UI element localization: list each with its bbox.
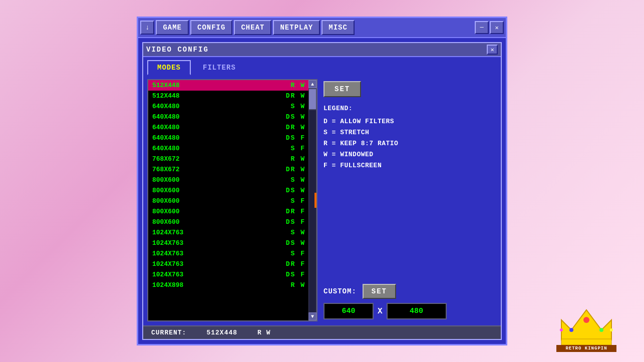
- list-item-resolution: 1024X763: [152, 271, 282, 278]
- window-controls: ─ ✕: [475, 21, 504, 34]
- custom-label-row: CUSTOM: SET: [324, 284, 495, 299]
- list-item-resolution: 1024X763: [152, 260, 282, 268]
- list-item[interactable]: 640X480DS F: [148, 133, 316, 143]
- status-resolution: 512X448: [206, 329, 237, 336]
- tab-modes[interactable]: MODES: [147, 60, 191, 75]
- list-item-flags: R W: [291, 82, 305, 89]
- list-item-resolution: 512X448: [152, 92, 282, 100]
- svg-marker-0: [561, 310, 611, 340]
- menu-arrow-button[interactable]: ↓: [140, 21, 154, 35]
- status-label: CURRENT:: [151, 329, 186, 336]
- list-item[interactable]: 800X600DS W: [148, 185, 316, 196]
- status-flags: R W: [257, 329, 270, 336]
- list-item-flags: DS W: [286, 239, 305, 247]
- menu-bar: ↓ GAME CONFIG CHEAT NETPLAY MISC ─ ✕: [138, 18, 506, 38]
- right-panel: SET LEGEND: D = ALLOW FILTERSS = STRETCH…: [321, 79, 497, 321]
- minimize-button[interactable]: ─: [475, 21, 489, 34]
- list-item-resolution: 800X600: [152, 218, 282, 226]
- list-item-flags: DS W: [286, 187, 305, 194]
- list-item-flags: DS F: [286, 134, 305, 142]
- list-item-flags: DR W: [286, 92, 305, 100]
- list-item-flags: DR F: [286, 260, 305, 268]
- custom-section: CUSTOM: SET X: [324, 284, 495, 319]
- list-item[interactable]: 1024X763DS W: [148, 238, 316, 248]
- status-bar: CURRENT: 512X448 R W: [143, 325, 501, 339]
- sub-title-bar: VIDEO CONFIG ✕: [143, 43, 501, 57]
- custom-inputs: X: [324, 303, 495, 319]
- scrollbar-thumb[interactable]: [309, 89, 316, 109]
- list-item[interactable]: 800X600S F: [148, 196, 316, 206]
- list-item-resolution: 1024X898: [152, 281, 287, 289]
- list-item[interactable]: 1024X763S F: [148, 248, 316, 259]
- svg-rect-1: [561, 339, 611, 345]
- list-item[interactable]: 1024X763DR F: [148, 259, 316, 269]
- crown-label: RETRO KINGPIN: [556, 345, 616, 352]
- list-item-resolution: 768X672: [152, 166, 282, 173]
- list-item-resolution: 640X480: [152, 113, 282, 121]
- main-window: ↓ GAME CONFIG CHEAT NETPLAY MISC ─ ✕ VID…: [137, 17, 507, 345]
- list-item-resolution: 640X480: [152, 103, 287, 110]
- menu-config-button[interactable]: CONFIG: [190, 20, 232, 35]
- menu-cheat-button[interactable]: CHEAT: [234, 20, 271, 35]
- list-item-flags: DS F: [286, 218, 305, 226]
- legend-section: LEGEND: D = ALLOW FILTERSS = STRETCHR = …: [324, 103, 495, 172]
- menu-misc-button[interactable]: MISC: [321, 20, 355, 35]
- custom-width-input[interactable]: [324, 303, 374, 319]
- list-item-flags: S W: [291, 176, 305, 184]
- crown-icon: [556, 305, 616, 345]
- sub-close-button[interactable]: ✕: [487, 45, 498, 55]
- list-item-resolution: 800X600: [152, 208, 282, 215]
- legend-title: LEGEND:: [324, 103, 495, 114]
- list-item[interactable]: 800X600DR F: [148, 206, 316, 217]
- legend-line: R = KEEP 8:7 RATIO: [324, 138, 495, 149]
- legend-line: S = STRETCH: [324, 127, 495, 138]
- legend-line: F = FULLSCREEN: [324, 160, 495, 171]
- tab-filters[interactable]: FILTERS: [193, 60, 246, 75]
- list-item-flags: DR W: [286, 124, 305, 131]
- list-item-resolution: 640X480: [152, 134, 282, 142]
- list-item-flags: S W: [291, 103, 305, 110]
- list-item-flags: S F: [291, 145, 305, 152]
- list-item-flags: DR W: [286, 166, 305, 173]
- list-item[interactable]: 512X448R W: [148, 80, 316, 91]
- svg-point-2: [583, 317, 589, 323]
- scrollbar-track: [309, 110, 316, 312]
- list-item-resolution: 640X480: [152, 145, 287, 152]
- custom-height-input[interactable]: [387, 303, 447, 319]
- list-item-resolution: 1024X763: [152, 250, 287, 257]
- set-button[interactable]: SET: [324, 81, 361, 97]
- list-item-resolution: 800X600: [152, 176, 287, 184]
- list-item-resolution: 768X672: [152, 155, 287, 163]
- resolution-list: 512X448R W512X448DR W640X480S W640X480DS…: [147, 79, 317, 321]
- list-item[interactable]: 640X480DS W: [148, 112, 316, 122]
- list-item[interactable]: 768X672DR W: [148, 164, 316, 175]
- list-item-flags: S F: [291, 197, 305, 205]
- custom-set-button[interactable]: SET: [363, 284, 396, 299]
- list-item[interactable]: 640X480S W: [148, 101, 316, 112]
- scrollbar-down-button[interactable]: ▼: [308, 312, 316, 320]
- scrollbar-up-button[interactable]: ▲: [308, 80, 316, 88]
- legend-line: W = WINDOWED: [324, 149, 495, 160]
- list-item[interactable]: 640X480DR W: [148, 122, 316, 133]
- list-item[interactable]: 800X600DS F: [148, 217, 316, 227]
- list-item[interactable]: 1024X898R W: [148, 280, 316, 290]
- list-item-flags: DS W: [286, 113, 305, 121]
- menu-netplay-button[interactable]: NETPLAY: [273, 20, 320, 35]
- list-item-flags: R W: [291, 155, 305, 163]
- list-item[interactable]: 1024X763S W: [148, 227, 316, 238]
- list-item-resolution: 512X448: [152, 82, 287, 89]
- sub-window: VIDEO CONFIG ✕ MODES FILTERS 512X448R W5…: [142, 42, 502, 340]
- svg-point-6: [610, 328, 613, 331]
- content-area: 512X448R W512X448DR W640X480S W640X480DS…: [143, 75, 501, 325]
- list-item[interactable]: 800X600S W: [148, 175, 316, 185]
- sub-window-title: VIDEO CONFIG: [146, 46, 209, 54]
- list-item-resolution: 1024X763: [152, 229, 287, 236]
- list-item-resolution: 1024X763: [152, 239, 282, 247]
- list-item[interactable]: 640X480S F: [148, 143, 316, 154]
- menu-game-button[interactable]: GAME: [156, 20, 189, 35]
- list-item[interactable]: 768X672R W: [148, 154, 316, 164]
- list-item[interactable]: 512X448DR W: [148, 91, 316, 101]
- list-item[interactable]: 1024X763DS F: [148, 269, 316, 280]
- crown-logo-container: RETRO KINGPIN: [556, 305, 616, 352]
- close-button[interactable]: ✕: [490, 21, 504, 34]
